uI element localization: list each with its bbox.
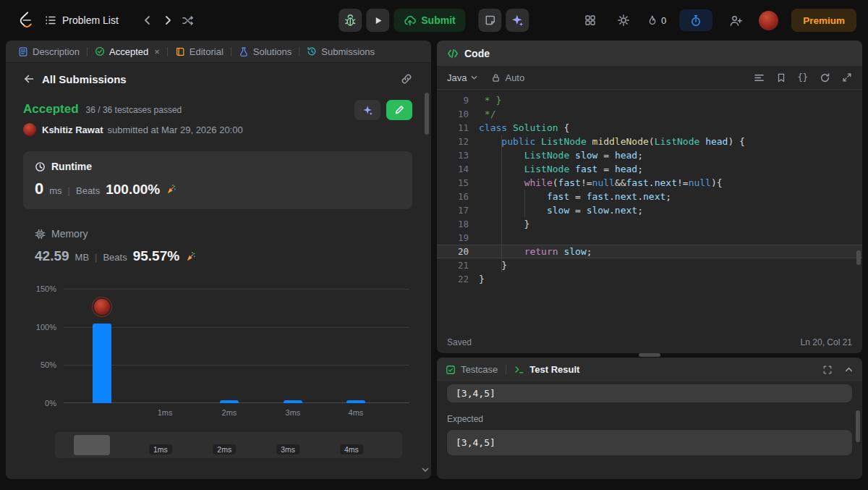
stopwatch-icon (690, 14, 702, 27)
run-button[interactable] (366, 9, 389, 32)
edit-note-button[interactable] (386, 100, 412, 120)
submit-button[interactable]: Submit (393, 9, 465, 32)
code-panel-header: Code (437, 41, 862, 66)
chevron-right-icon (162, 14, 174, 26)
prev-problem-button[interactable] (137, 10, 158, 30)
close-tab-icon[interactable]: × (154, 46, 160, 57)
all-submissions-title[interactable]: All Submissions (42, 73, 127, 85)
problem-list-icon (45, 14, 56, 26)
streak-button[interactable]: 0 (647, 14, 666, 26)
code-line-9[interactable]: 9 * } (437, 93, 862, 107)
chart-user-marker[interactable] (94, 299, 110, 315)
memory-unit: MB (75, 252, 90, 263)
reset-code-button[interactable] (820, 72, 830, 83)
premium-button[interactable]: Premium (791, 9, 856, 32)
code-line-13[interactable]: 13 ListNode slow = head; (437, 148, 862, 162)
y-axis-tick: 150% (36, 284, 56, 293)
checkbox-check-icon (446, 365, 456, 375)
leetcode-logo-icon[interactable] (16, 9, 33, 31)
format-code-button[interactable] (754, 72, 765, 83)
x-axis-tick: 1ms (158, 408, 173, 417)
gear-icon (617, 14, 630, 27)
notes-button[interactable] (479, 9, 502, 32)
code-line-20[interactable]: 20 return slow; (437, 245, 862, 258)
code-line-18[interactable]: 18 } (437, 217, 862, 231)
tab-description[interactable]: Description (13, 46, 85, 57)
left-panel-scrollbar[interactable] (425, 93, 429, 135)
runtime-bar-3ms[interactable] (284, 400, 302, 403)
author-avatar[interactable] (23, 123, 36, 136)
tab-label: Testcase (461, 364, 498, 375)
tab-submissions[interactable]: Submissions (302, 46, 380, 57)
copy-link-button[interactable] (401, 73, 412, 85)
code-line-12[interactable]: 12 public ListNode middleNode(ListNode h… (437, 135, 862, 148)
code-line-17[interactable]: 17 slow = slow.next; (437, 203, 862, 217)
editor-statusbar: Saved Ln 20, Col 21 (437, 331, 862, 353)
navbar-left: Problem List (16, 9, 198, 31)
x-axis-tick: 2ms (222, 408, 237, 417)
code-line-15[interactable]: 15 while(fast!=null&&fast.next!=null){ (437, 176, 862, 190)
tab-editorial[interactable]: Editorial (170, 46, 229, 57)
code-lines: 9 * }10 */11class Solution {12 public Li… (437, 90, 862, 286)
code-line-14[interactable]: 14 ListNode fast = head; (437, 162, 862, 176)
celebration-icon (185, 251, 196, 262)
timer-button[interactable] (679, 9, 712, 31)
scroll-down-icon[interactable] (421, 464, 430, 477)
cloud-upload-icon (404, 14, 416, 27)
output-value: [3,4,5] (456, 388, 495, 399)
bracket-format-button[interactable]: {} (798, 72, 808, 83)
shuffle-button[interactable] (178, 10, 198, 30)
brush-selection-handle[interactable] (74, 435, 110, 455)
problem-list-button[interactable]: Problem List (45, 14, 119, 26)
chart-zoom-brush[interactable]: 1ms 2ms 3ms 4ms (55, 432, 402, 458)
layout-button[interactable] (580, 10, 600, 30)
collapse-panel-button[interactable] (844, 365, 854, 374)
premium-label: Premium (803, 15, 845, 26)
expand-editor-button[interactable] (842, 72, 852, 83)
runtime-bar-2ms[interactable] (220, 400, 239, 403)
submissions-history-icon (307, 46, 317, 56)
code-line-22[interactable]: 22} (437, 272, 862, 286)
settings-button[interactable] (613, 10, 634, 30)
author-name[interactable]: Kshitiz Rawat (42, 124, 103, 135)
panel-resize-handle[interactable] (639, 353, 660, 357)
auto-label: Auto (505, 72, 524, 83)
code-line-10[interactable]: 10 */ (437, 107, 862, 121)
next-problem-button[interactable] (158, 10, 178, 30)
tab-label: Editorial (190, 46, 224, 57)
code-line-19[interactable]: 19 (437, 231, 862, 245)
code-line-21[interactable]: 21 } (437, 258, 862, 272)
fullscreen-button[interactable] (822, 365, 833, 375)
language-selector[interactable]: Java (447, 72, 478, 83)
user-avatar[interactable] (759, 11, 778, 30)
tab-solutions[interactable]: Solutions (234, 46, 297, 57)
ai-analyze-button[interactable] (354, 100, 380, 120)
indent-guide (501, 135, 502, 272)
debug-bug-icon (344, 14, 357, 27)
ai-assistant-button[interactable] (506, 9, 529, 32)
memory-section[interactable]: Memory 42.59 MB | Beats 95.57% (23, 228, 412, 264)
tab-test-result[interactable]: Test Result (514, 364, 579, 375)
test-panel-scrollbar[interactable] (856, 410, 860, 442)
runtime-distribution-chart: 150% 100% 50% 0% 1ms 2ms 3ms 4ms (23, 286, 412, 422)
tab-accepted[interactable]: Accepted × (90, 46, 165, 57)
runtime-bar-4ms[interactable] (346, 400, 365, 403)
separator: | (95, 252, 97, 263)
sparkle-icon (511, 14, 524, 27)
tab-testcase[interactable]: Testcase (446, 364, 498, 375)
problem-list-label: Problem List (62, 14, 119, 26)
runtime-card[interactable]: Runtime 0 ms | Beats 100.00% (23, 151, 412, 209)
y-axis-tick: 100% (36, 323, 56, 331)
collaborate-button[interactable] (726, 10, 746, 30)
code-editor[interactable]: 9 * }10 */11class Solution {12 public Li… (437, 90, 862, 331)
runtime-bar-0ms[interactable] (93, 324, 111, 403)
auto-complete-toggle[interactable]: Auto (491, 72, 524, 83)
code-line-11[interactable]: 11class Solution { (437, 121, 862, 135)
debug-button[interactable] (339, 9, 362, 32)
code-line-16[interactable]: 16 fast = fast.next.next; (437, 190, 862, 203)
editor-scrollbar[interactable] (856, 250, 861, 265)
bookmark-button[interactable] (776, 72, 786, 83)
back-button[interactable] (23, 73, 35, 85)
solutions-flask-icon (239, 46, 249, 57)
beats-label: Beats (103, 252, 127, 263)
